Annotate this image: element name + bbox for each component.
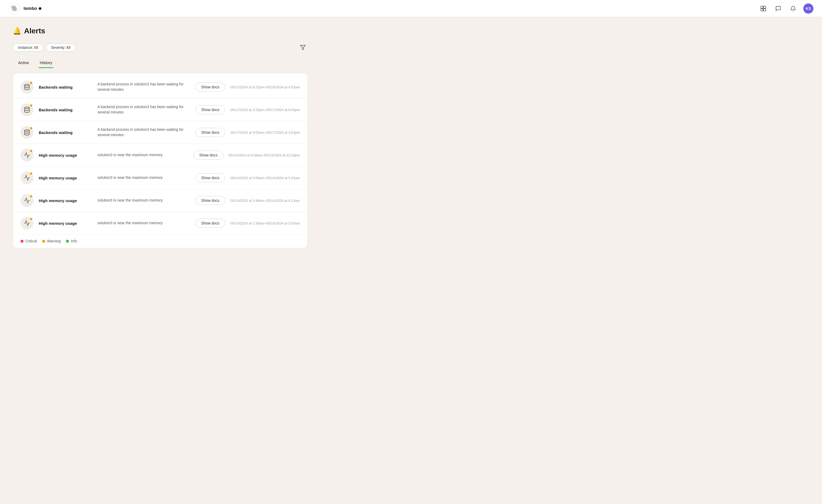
svg-rect-3 [764, 9, 766, 11]
alert-icon-wrap [21, 217, 33, 229]
alert-time: 05/14/2024 at 2:38am–05/14/2024 at 3:03a… [231, 221, 300, 225]
warning-badge [29, 81, 33, 85]
alert-description: solution3 is near the maximum memory [97, 152, 188, 158]
alert-name: High memory usage [39, 153, 92, 157]
legend-info-label: Info [71, 239, 77, 243]
svg-rect-1 [764, 6, 766, 8]
warning-badge [29, 104, 33, 107]
alert-description: A backend process in solution3 has been … [97, 127, 190, 137]
brand-name: tembo [23, 6, 41, 11]
alert-description: solution3 is near the maximum memory [97, 220, 190, 226]
warning-badge [29, 217, 33, 221]
filters-left: Instance: All Severity: All [13, 43, 76, 51]
brand-status-dot [39, 7, 41, 10]
show-docs-button[interactable]: Show docs [195, 105, 225, 114]
filter-options-icon[interactable] [298, 43, 308, 52]
warning-badge [29, 149, 33, 153]
alert-icon-wrap [21, 81, 33, 93]
alert-icon-wrap [21, 126, 33, 139]
alert-name: High memory usage [39, 176, 92, 180]
tabs-row: Active History [13, 58, 308, 68]
alert-time: 05/17/2024 at 9:53am–05/17/2024 at 3:03p… [231, 130, 300, 134]
legend-info-dot [66, 240, 69, 242]
bell-icon[interactable] [788, 4, 798, 13]
alert-row: Backends waitingA backend process in sol… [13, 98, 307, 121]
severity-filter[interactable]: Severity: All [46, 43, 76, 51]
legend-critical-dot [21, 240, 23, 242]
alert-name: Backends waiting [39, 130, 92, 135]
svg-point-7 [25, 130, 29, 131]
main-content: 🔔 Alerts Instance: All Severity: All Act… [0, 17, 321, 258]
warning-badge [29, 194, 33, 198]
alert-name: High memory usage [39, 221, 92, 225]
alerts-card: Backends waitingA backend process in sol… [13, 73, 308, 248]
alert-time: 05/14/2024 at 8:08am–05/14/2024 at 12:18… [229, 153, 300, 157]
filters-row: Instance: All Severity: All [13, 43, 308, 52]
legend-warning-dot [42, 240, 45, 242]
logo[interactable]: 🐘 [9, 3, 20, 14]
page-title: 🔔 Alerts [13, 27, 308, 35]
chat-icon[interactable] [773, 4, 783, 13]
grid-icon[interactable] [758, 4, 768, 13]
alert-row: High memory usagesolution3 is near the m… [13, 144, 307, 166]
svg-point-5 [25, 84, 29, 86]
user-avatar[interactable]: KS [803, 3, 813, 14]
alert-description: solution3 is near the maximum memory [97, 198, 190, 203]
show-docs-button[interactable]: Show docs [195, 218, 225, 228]
svg-rect-2 [761, 9, 763, 11]
alert-time: 05/17/2024 at 8:23pm–05/18/2024 at 4:53a… [231, 85, 300, 89]
warning-badge [29, 126, 33, 130]
alert-name: High memory usage [39, 198, 92, 203]
alert-name: Backends waiting [39, 108, 92, 112]
show-docs-button[interactable]: Show docs [193, 150, 223, 160]
navbar-right: KS [758, 3, 813, 14]
legend-row: CriticalWarningInfo [13, 234, 307, 245]
alert-description: solution3 is near the maximum memory [97, 175, 190, 180]
legend-critical-label: Critical [25, 239, 37, 243]
alert-row: High memory usagesolution3 is near the m… [13, 212, 307, 234]
alert-icon-wrap [21, 149, 33, 161]
show-docs-button[interactable]: Show docs [195, 128, 225, 137]
show-docs-button[interactable]: Show docs [195, 173, 225, 182]
legend-info: Info [66, 239, 77, 243]
alert-icon-wrap [21, 103, 33, 116]
instance-filter[interactable]: Instance: All [13, 43, 43, 51]
alert-description: A backend process in solution3 has been … [97, 104, 190, 115]
alert-description: A backend process in solution3 has been … [97, 82, 190, 92]
alert-row: Backends waitingA backend process in sol… [13, 76, 307, 98]
svg-point-6 [25, 107, 29, 109]
alert-time: 05/14/2024 at 3:48am–05/14/2024 at 4:13a… [231, 198, 300, 202]
alert-row: High memory usagesolution3 is near the m… [13, 189, 307, 212]
alert-time: 05/17/2024 at 3:33pm–05/17/2024 at 8:03p… [231, 108, 300, 112]
alert-row: Backends waitingA backend process in sol… [13, 121, 307, 144]
show-docs-button[interactable]: Show docs [195, 82, 225, 92]
alert-row: High memory usagesolution3 is near the m… [13, 166, 307, 189]
tab-underline [39, 67, 53, 68]
alert-name: Backends waiting [39, 85, 92, 89]
alert-icon-wrap [21, 194, 33, 207]
svg-marker-4 [301, 45, 305, 50]
tab-active[interactable]: Active [13, 58, 34, 68]
navbar: 🐘 tembo KS [0, 0, 822, 17]
legend-critical: Critical [21, 239, 37, 243]
alerts-bell-icon: 🔔 [13, 27, 21, 35]
warning-badge [29, 172, 33, 175]
legend-warning: Warning [42, 239, 61, 243]
alert-time: 05/14/2024 at 5:08am–05/14/2024 at 5:23a… [231, 176, 300, 180]
legend-warning-label: Warning [47, 239, 61, 243]
svg-rect-0 [761, 6, 763, 8]
navbar-left: 🐘 tembo [9, 3, 41, 14]
alert-icon-wrap [21, 171, 33, 184]
tab-history[interactable]: History [34, 58, 58, 68]
show-docs-button[interactable]: Show docs [195, 196, 225, 205]
